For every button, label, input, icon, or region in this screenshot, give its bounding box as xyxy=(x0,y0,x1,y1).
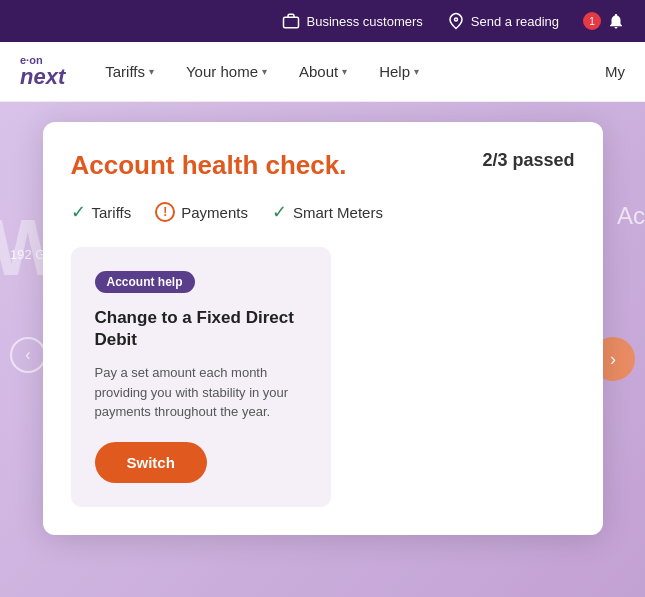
modal-overlay: Account health check. 2/3 passed ✓ Tarif… xyxy=(0,102,645,597)
send-reading-link[interactable]: Send a reading xyxy=(447,12,559,30)
your-home-chevron-icon: ▾ xyxy=(262,66,267,77)
notification-icon[interactable]: 1 xyxy=(583,12,625,30)
business-customers-link[interactable]: Business customers xyxy=(282,12,422,30)
health-check-modal: Account health check. 2/3 passed ✓ Tarif… xyxy=(43,122,603,535)
check-smart-meters: ✓ Smart Meters xyxy=(272,201,383,223)
notification-badge: 1 xyxy=(583,12,601,30)
business-customers-label: Business customers xyxy=(306,14,422,29)
tariffs-check-label: Tariffs xyxy=(92,204,132,221)
help-chevron-icon: ▾ xyxy=(414,66,419,77)
nav-help[interactable]: Help ▾ xyxy=(367,55,431,88)
logo[interactable]: e·on next xyxy=(20,55,65,88)
nav-your-home[interactable]: Your home ▾ xyxy=(174,55,279,88)
nav-bar: e·on next Tariffs ▾ Your home ▾ About ▾ … xyxy=(0,42,645,102)
logo-next: next xyxy=(20,66,65,88)
utility-bar: Business customers Send a reading 1 xyxy=(0,0,645,42)
modal-score: 2/3 passed xyxy=(482,150,574,171)
payments-check-label: Payments xyxy=(181,204,248,221)
account-help-card: Account help Change to a Fixed Direct De… xyxy=(71,247,331,507)
tariffs-check-pass-icon: ✓ xyxy=(71,201,86,223)
send-reading-label: Send a reading xyxy=(471,14,559,29)
smart-meters-check-label: Smart Meters xyxy=(293,204,383,221)
about-chevron-icon: ▾ xyxy=(342,66,347,77)
smart-meters-check-pass-icon: ✓ xyxy=(272,201,287,223)
nav-about[interactable]: About ▾ xyxy=(287,55,359,88)
svg-rect-0 xyxy=(284,17,299,28)
modal-checks: ✓ Tariffs ! Payments ✓ Smart Meters xyxy=(71,201,575,223)
card-description: Pay a set amount each month providing yo… xyxy=(95,363,307,422)
nav-my[interactable]: My xyxy=(605,63,625,80)
card-title: Change to a Fixed Direct Debit xyxy=(95,307,307,351)
card-badge: Account help xyxy=(95,271,195,293)
tariffs-chevron-icon: ▾ xyxy=(149,66,154,77)
check-tariffs: ✓ Tariffs xyxy=(71,201,132,223)
modal-header: Account health check. 2/3 passed xyxy=(71,150,575,181)
modal-title: Account health check. xyxy=(71,150,347,181)
switch-button[interactable]: Switch xyxy=(95,442,207,483)
svg-point-1 xyxy=(454,18,457,21)
payments-check-warn-icon: ! xyxy=(155,202,175,222)
nav-tariffs[interactable]: Tariffs ▾ xyxy=(93,55,166,88)
check-payments: ! Payments xyxy=(155,201,248,223)
